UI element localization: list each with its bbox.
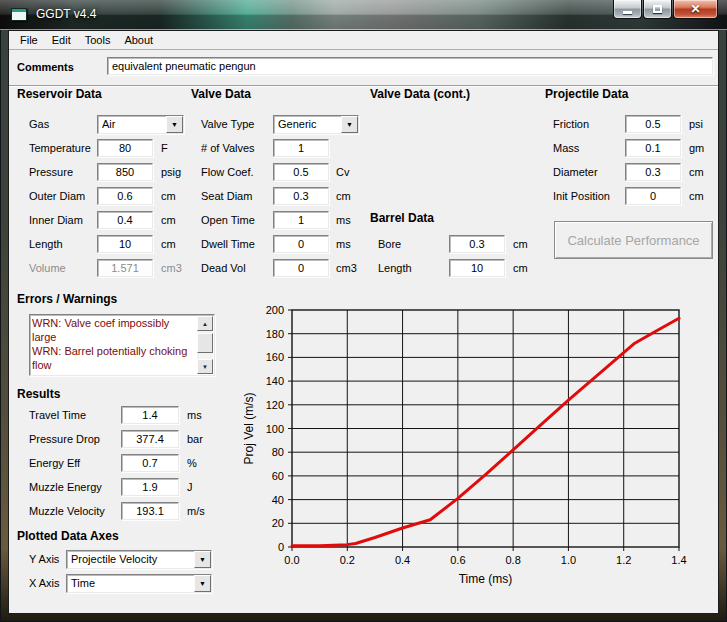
- flow-coef-unit: Cv: [336, 163, 349, 181]
- bore-unit: cm: [513, 235, 528, 253]
- dead-vol-unit: cm3: [336, 259, 357, 277]
- title-bar[interactable]: GGDT v4.4 ✕: [0, 0, 727, 30]
- bore-input[interactable]: [449, 235, 505, 253]
- svg-text:80: 80: [272, 446, 284, 458]
- svg-text:0.6: 0.6: [450, 554, 465, 566]
- minimize-button[interactable]: [613, 0, 642, 19]
- num-valves-input[interactable]: [273, 139, 329, 157]
- seat-diam-input[interactable]: [273, 187, 329, 205]
- svg-text:200: 200: [266, 304, 284, 316]
- dwell-time-label: Dwell Time: [201, 235, 255, 253]
- init-position-unit: cm: [689, 187, 704, 205]
- diameter-input[interactable]: [625, 163, 681, 181]
- pressure-unit: psig: [161, 163, 181, 181]
- friction-input[interactable]: [625, 115, 681, 133]
- menu-tools[interactable]: Tools: [78, 32, 118, 48]
- comments-label: Comments: [17, 58, 74, 76]
- pressure-input[interactable]: [97, 163, 153, 181]
- svg-text:Time (ms): Time (ms): [459, 572, 513, 586]
- dwell-time-input[interactable]: [273, 235, 329, 253]
- bore-label: Bore: [378, 235, 401, 253]
- gas-value: Air: [102, 118, 115, 130]
- svg-text:160: 160: [266, 351, 284, 363]
- svg-text:40: 40: [272, 494, 284, 506]
- maximize-icon: [653, 5, 662, 13]
- svg-text:0.8: 0.8: [505, 554, 520, 566]
- barrel-data-header: Barrel Data: [370, 211, 434, 225]
- outer-diam-unit: cm: [161, 187, 176, 205]
- mass-input[interactable]: [625, 139, 681, 157]
- gas-label: Gas: [29, 115, 49, 133]
- temperature-unit: F: [161, 139, 168, 157]
- chevron-down-icon[interactable]: ▼: [166, 116, 183, 133]
- gas-select[interactable]: Air ▼: [97, 115, 184, 134]
- svg-text:1.2: 1.2: [616, 554, 631, 566]
- inner-diam-label: Inner Diam: [29, 211, 83, 229]
- mass-unit: gm: [689, 139, 704, 157]
- valve-type-select[interactable]: Generic ▼: [273, 115, 359, 134]
- menu-bar: File Edit Tools About: [9, 31, 718, 50]
- menu-about[interactable]: About: [117, 32, 160, 48]
- num-valves-label: # of Valves: [201, 139, 255, 157]
- app-icon: [11, 8, 27, 21]
- init-position-input[interactable]: [625, 187, 681, 205]
- pressure-label: Pressure: [29, 163, 73, 181]
- minimize-icon: [623, 11, 632, 14]
- barrel-length-input[interactable]: [449, 259, 505, 277]
- friction-unit: psi: [689, 115, 703, 133]
- diameter-label: Diameter: [553, 163, 598, 181]
- inner-diam-input[interactable]: [97, 211, 153, 229]
- calculate-performance-button[interactable]: Calculate Performance: [554, 221, 713, 259]
- valve-type-label: Valve Type: [201, 115, 254, 133]
- seat-diam-label: Seat Diam: [201, 187, 252, 205]
- close-button[interactable]: ✕: [673, 0, 718, 19]
- volume-field: [97, 259, 153, 277]
- svg-text:1.0: 1.0: [561, 554, 576, 566]
- init-position-label: Init Position: [553, 187, 610, 205]
- svg-text:180: 180: [266, 328, 284, 340]
- reservoir-length-unit: cm: [161, 235, 176, 253]
- reservoir-length-input[interactable]: [97, 235, 153, 253]
- temperature-input[interactable]: [97, 139, 153, 157]
- app-window: GGDT v4.4 ✕ File Edit Tools About Commen…: [0, 0, 727, 622]
- valve-data-header: Valve Data: [191, 87, 251, 101]
- friction-label: Friction: [553, 115, 589, 133]
- menu-file[interactable]: File: [13, 32, 45, 48]
- svg-text:60: 60: [272, 470, 284, 482]
- svg-text:Proj Vel (m/s): Proj Vel (m/s): [242, 392, 256, 464]
- volume-unit: cm3: [161, 259, 182, 277]
- dwell-time-unit: ms: [336, 235, 351, 253]
- svg-text:1.4: 1.4: [671, 554, 686, 566]
- dead-vol-input[interactable]: [273, 259, 329, 277]
- valve-type-value: Generic: [278, 118, 317, 130]
- reservoir-data-header: Reservoir Data: [17, 87, 102, 101]
- window-title: GGDT v4.4: [36, 7, 96, 21]
- diameter-unit: cm: [689, 163, 704, 181]
- maximize-button[interactable]: [643, 0, 672, 19]
- chevron-down-icon[interactable]: ▼: [341, 116, 358, 133]
- performance-chart: 0.00.20.40.60.81.01.21.40204060801001201…: [9, 290, 720, 615]
- inner-diam-unit: cm: [161, 211, 176, 229]
- svg-text:120: 120: [266, 399, 284, 411]
- dead-vol-label: Dead Vol: [201, 259, 246, 277]
- flow-coef-input[interactable]: [273, 163, 329, 181]
- valve-cont-header: Valve Data (cont.): [370, 87, 470, 101]
- svg-text:140: 140: [266, 375, 284, 387]
- open-time-unit: ms: [336, 211, 351, 229]
- svg-text:100: 100: [266, 423, 284, 435]
- seat-diam-unit: cm: [336, 187, 351, 205]
- svg-text:0.2: 0.2: [340, 554, 355, 566]
- close-icon: ✕: [690, 3, 700, 15]
- barrel-length-label: Length: [378, 259, 412, 277]
- svg-text:0: 0: [278, 541, 284, 553]
- menu-edit[interactable]: Edit: [45, 32, 78, 48]
- svg-text:20: 20: [272, 517, 284, 529]
- outer-diam-input[interactable]: [97, 187, 153, 205]
- outer-diam-label: Outer Diam: [29, 187, 85, 205]
- svg-text:0.0: 0.0: [284, 554, 299, 566]
- open-time-input[interactable]: [273, 211, 329, 229]
- client-area: File Edit Tools About Comments Reservoir…: [8, 30, 719, 614]
- barrel-length-unit: cm: [513, 259, 528, 277]
- comments-input[interactable]: [107, 57, 713, 75]
- volume-label: Volume: [29, 259, 66, 277]
